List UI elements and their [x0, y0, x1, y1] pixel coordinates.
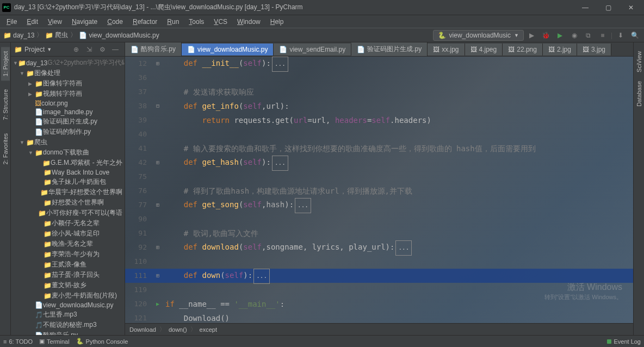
editor-tab[interactable]: 🖼22.png — [503, 44, 543, 55]
profile-button[interactable]: ◉ — [568, 29, 580, 41]
left-tab-0[interactable]: 1: Project — [1, 47, 10, 80]
menu-code[interactable]: Code — [103, 17, 127, 27]
tree-item[interactable]: ▼📁 donmo下载歌曲 — [11, 147, 125, 158]
tree-item[interactable]: 🖼 color.png — [11, 99, 125, 108]
bottom-tab[interactable]: 🐍Python Console — [76, 338, 128, 345]
tree-item[interactable]: 📁 小可你好瘦-可不可以(粤语 — [11, 208, 125, 218]
code-line[interactable]: 92⊞ def download(self,songname, lyrics, … — [125, 240, 633, 255]
menu-help[interactable]: Help — [266, 17, 288, 27]
hide-icon[interactable]: — — [109, 44, 121, 55]
tree-item[interactable]: 📁 好想爱这个世界啊 — [11, 197, 125, 208]
tree-item[interactable]: ▼📁 day_13 G:\2+2python学习\学习代码 — [11, 58, 125, 68]
left-tab-1[interactable]: 7: Structure — [1, 85, 10, 125]
editor-tab[interactable]: 📄view_downloadMusic.py — [182, 44, 274, 55]
search-button[interactable]: 🔍 — [629, 29, 641, 41]
tree-item[interactable]: 📁 王贰浪-像鱼 — [11, 259, 125, 270]
menu-vcs[interactable]: VCS — [209, 17, 232, 27]
code-line[interactable]: 42⊞ def get_hash(self):... — [125, 156, 633, 170]
editor-tab[interactable]: 🖼xx.jpg — [428, 44, 465, 55]
editor-tab[interactable]: 🖼2.jpg — [543, 44, 577, 55]
close-button[interactable]: ✕ — [620, 1, 642, 14]
tree-item[interactable]: 📄 酷狗音乐.py — [11, 330, 125, 335]
minimize-button[interactable]: — — [574, 1, 596, 14]
bottom-tab[interactable]: ≡6: TODO — [3, 338, 33, 345]
menu-file[interactable]: File — [2, 17, 21, 27]
tree-item[interactable]: 🎵 七里香.mp3 — [11, 309, 125, 320]
menu-tools[interactable]: Tools — [184, 17, 208, 27]
run-button[interactable]: ▶ — [526, 29, 538, 41]
tree-item[interactable]: 📁 徐小凤-城市足印 — [11, 228, 125, 239]
target-icon[interactable]: ⊕ — [70, 44, 82, 55]
left-tool-strip: 1: Project7: Structure2: Favorites — [0, 42, 11, 335]
code-line[interactable]: 77⊞ def get_song(self,hash):... — [125, 198, 633, 212]
code-line[interactable]: 37 # 发送请求获取响应 — [125, 85, 633, 99]
concurrency-button[interactable]: ⧉ — [583, 29, 595, 41]
tree-item[interactable]: 📁 华晨宇-好想爱这个世界啊 — [11, 187, 125, 197]
maximize-button[interactable]: ▢ — [597, 1, 619, 14]
breadcrumb-item[interactable]: 📄view_downloadMusic.py — [79, 32, 159, 39]
tree-item[interactable]: 📁 G.E.M.邓紫棋 - 光年之外 — [11, 158, 125, 168]
tree-item[interactable]: ▶📁 视频转字符画 — [11, 89, 125, 99]
tree-item[interactable]: 📄 image_handle.py — [11, 108, 125, 116]
code-breadcrumb-item[interactable]: except — [200, 326, 217, 333]
editor-tab[interactable]: 📄验证码图片生成.py — [351, 42, 428, 56]
code-line[interactable]: 39 return requests.get(url=url, headers=… — [125, 113, 633, 127]
menu-window[interactable]: Window — [233, 17, 265, 27]
menu-edit[interactable]: Edit — [22, 17, 42, 27]
code-line[interactable]: 110 — [125, 255, 633, 269]
code-line[interactable]: 40 — [125, 127, 633, 141]
menu-refactor[interactable]: Refactor — [128, 17, 162, 27]
code-line[interactable]: 121 Download() — [125, 311, 633, 323]
code-line[interactable]: 90 — [125, 212, 633, 226]
menu-view[interactable]: View — [44, 17, 66, 27]
tree-item[interactable]: 📄 验证码的制作.py — [11, 127, 125, 137]
editor-tab[interactable]: 🖼3.jpg — [577, 44, 611, 55]
tree-item[interactable]: 📁 兔子妹儿-牛奶面包 — [11, 177, 125, 187]
gear-icon[interactable]: ⚙ — [96, 44, 108, 55]
right-tab-1[interactable]: Database — [635, 77, 643, 111]
tree-item[interactable]: 📁 茄子蛋-浪子回头 — [11, 270, 125, 280]
tree-item[interactable]: ▼📁 图像处理 — [11, 68, 125, 78]
run-with-coverage-button[interactable]: ▶ — [554, 29, 566, 41]
tree-item[interactable]: 🎵 不能说的秘密.mp3 — [11, 320, 125, 330]
update-button[interactable]: ⬇ — [615, 29, 627, 41]
code-line[interactable]: 91 # 歌词,歌曲写入文件 — [125, 226, 633, 240]
editor-tab[interactable]: 📄酷狗音乐.py — [125, 42, 182, 56]
tree-item[interactable]: 📁 李荣浩-年少有为 — [11, 249, 125, 259]
tree-item[interactable]: ▶📁 图像转字符画 — [11, 78, 125, 89]
code-line[interactable]: 12⊞ def __init__(self):... — [125, 57, 633, 71]
tree-item[interactable]: 📁 董文韬-故乡 — [11, 280, 125, 290]
event-log-tab[interactable]: Event Log — [607, 338, 641, 345]
run-config-selector[interactable]: 🐍 view_downloadMusic ▼ — [433, 30, 524, 41]
code-line[interactable]: 111⊞ def down(self):... — [125, 269, 633, 283]
menu-navigate[interactable]: Navigate — [67, 17, 102, 27]
code-breadcrumb-item[interactable]: down() — [169, 326, 187, 333]
menu-run[interactable]: Run — [163, 17, 183, 27]
tree-item[interactable]: 📁 小颖仔-无名之辈 — [11, 218, 125, 228]
tree-item[interactable]: 📄 view_downloadMusic.py — [11, 301, 125, 309]
project-tree[interactable]: ▼📁 day_13 G:\2+2python学习\学习代码▼📁 图像处理▶📁 图… — [11, 57, 125, 335]
debug-button[interactable]: 🐞 — [540, 29, 552, 41]
code-line[interactable]: 36 — [125, 71, 633, 85]
code-line[interactable]: 41 # 输入要搜索的歌曲和歌手，这样找到你想要的歌曲准确度高一些，得到歌曲的 … — [125, 141, 633, 156]
code-line[interactable]: 38⊟ def get_info(self,url): — [125, 99, 633, 113]
code-line[interactable]: 75 — [125, 170, 633, 184]
editor-tab[interactable]: 📄view_sendEmail.py — [274, 44, 351, 55]
left-tab-2[interactable]: 2: Favorites — [1, 129, 10, 169]
editor-area: 📄酷狗音乐.py📄view_downloadMusic.py📄view_send… — [125, 42, 633, 335]
tree-item[interactable]: 📁 晚渔-无名之辈 — [11, 239, 125, 249]
bottom-tab[interactable]: ▣Terminal — [39, 338, 70, 345]
collapse-icon[interactable]: ⇲ — [83, 44, 95, 55]
tree-item[interactable]: ▼📁 爬虫 — [11, 137, 125, 147]
stop-button[interactable]: ■ — [597, 29, 609, 41]
chevron-down-icon[interactable]: ▼ — [47, 47, 52, 52]
tree-item[interactable]: 📄 验证码图片生成.py — [11, 116, 125, 127]
code-line[interactable]: 76 # 得到了歌曲hash，构建歌曲源地址请求url，得到播放源,并下载 — [125, 184, 633, 198]
breadcrumb-item[interactable]: 📁day_13 — [3, 32, 34, 39]
breadcrumb-item[interactable]: 📁爬虫 — [45, 30, 68, 40]
tree-item[interactable]: 📁 麦小兜-牛奶面包(片段) — [11, 290, 125, 301]
code-breadcrumb-item[interactable]: Download — [129, 326, 156, 333]
tree-item[interactable]: 📁 Way Back Into Love — [11, 168, 125, 177]
right-tab-0[interactable]: SciView — [635, 47, 643, 77]
editor-tab[interactable]: 🖼4.jpeg — [465, 44, 503, 55]
